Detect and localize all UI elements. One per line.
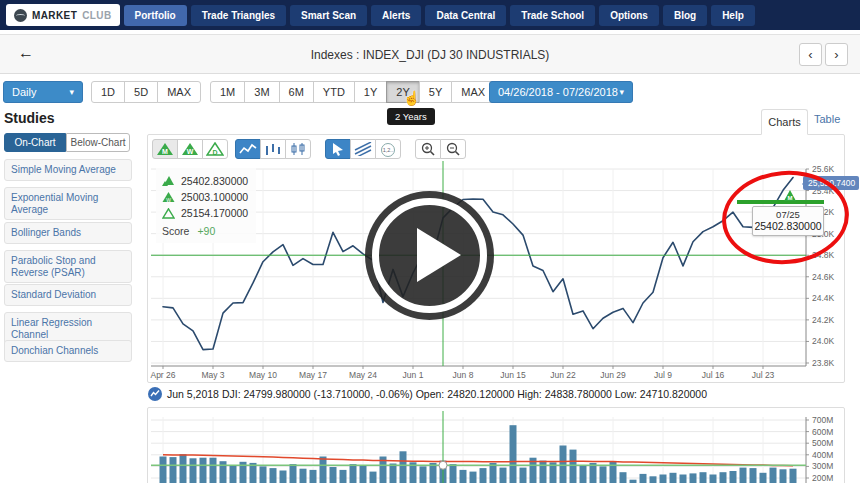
study-bollinger-bands[interactable]: Bollinger Bands: [4, 222, 132, 244]
daily-triangle-button[interactable]: D: [202, 139, 228, 159]
nav-item-alerts[interactable]: Alerts: [371, 5, 421, 26]
study-psar[interactable]: Parabolic Stop and Reverse (PSAR): [4, 250, 132, 283]
zoom-in-icon[interactable]: [415, 139, 441, 159]
ohlc-chart-button[interactable]: [260, 139, 286, 159]
zoom-group: [415, 139, 466, 159]
weekly-triangle-icon: W: [162, 192, 175, 203]
nav-item-options[interactable]: Options: [599, 5, 659, 26]
line-chart-button[interactable]: [235, 139, 261, 159]
interval-label: Daily: [12, 86, 36, 98]
monthly-triangle-icon: [162, 176, 175, 187]
nav-item-data-central[interactable]: Data Central: [425, 5, 506, 26]
range-5d-button[interactable]: 5D: [124, 81, 158, 103]
svg-text:W: W: [187, 148, 194, 155]
candlestick-chart-icon: [289, 142, 307, 156]
svg-text:25.6K: 25.6K: [812, 164, 835, 174]
tab-table[interactable]: Table: [814, 113, 840, 125]
nav-item-help[interactable]: Help: [711, 5, 755, 26]
study-exponential-moving-average[interactable]: Exponential Moving Average: [4, 187, 132, 220]
line-chart-icon: [239, 142, 257, 156]
svg-text:24.6K: 24.6K: [812, 272, 835, 282]
quote-icon: [148, 387, 162, 401]
marketclub-globe-icon: [14, 9, 27, 22]
score-value: +90: [197, 225, 215, 237]
legend-weekly-row: W 25003.100000: [162, 189, 248, 205]
svg-text:Apr 26: Apr 26: [150, 370, 175, 380]
range-3m-button[interactable]: 3M: [244, 81, 279, 103]
symbol-header: ← Indexes : INDEX_DJI (DJ 30 INDUSTRIALS…: [0, 34, 860, 74]
chart-type-group: [235, 139, 311, 159]
range-group-short: 1D 5D MAX: [91, 81, 201, 103]
svg-text:Jun 22: Jun 22: [550, 370, 576, 380]
monthly-triangle-button[interactable]: M: [152, 139, 178, 159]
quote-status-line: Jun 5,2018 DJI: 24799.980000 (-13.710000…: [148, 385, 707, 402]
score-label: Score: [162, 225, 189, 237]
tab-below-chart[interactable]: Below-Chart: [66, 133, 130, 152]
nav-item-portfolio[interactable]: Portfolio: [124, 5, 187, 26]
interval-dropdown[interactable]: Daily ▾: [3, 81, 83, 103]
daily-triangle-icon: D: [206, 142, 224, 157]
svg-text:24.0K: 24.0K: [812, 336, 835, 346]
play-triangle-icon: [417, 228, 461, 282]
nav-item-blog[interactable]: Blog: [663, 5, 707, 26]
tab-charts[interactable]: Charts: [761, 109, 808, 135]
legend-monthly-row: 25402.830000: [162, 173, 248, 189]
legend-score-row: Score +90: [162, 223, 248, 239]
pointer-tool-button[interactable]: [325, 139, 351, 159]
range-6m-button[interactable]: 6M: [279, 81, 314, 103]
svg-text:700M: 700M: [812, 415, 833, 425]
study-simple-moving-average[interactable]: Simple Moving Average: [4, 159, 132, 181]
svg-text:Jul 16: Jul 16: [702, 370, 725, 380]
tab-on-chart[interactable]: On-Chart: [4, 133, 66, 152]
trendline-tool-button[interactable]: [350, 139, 376, 159]
svg-text:400M: 400M: [812, 450, 833, 460]
svg-text:W: W: [166, 196, 171, 202]
range-ytd-button[interactable]: YTD: [313, 81, 355, 103]
range-1y-button[interactable]: 1Y: [354, 81, 387, 103]
nav-item-trade-triangles[interactable]: Trade Triangles: [191, 5, 286, 26]
svg-text:500M: 500M: [812, 438, 833, 448]
weekly-triangle-button[interactable]: W: [177, 139, 203, 159]
nav-item-smart-scan[interactable]: Smart Scan: [290, 5, 367, 26]
marketclub-logo[interactable]: MARKETCLUB: [6, 4, 120, 26]
wave-count-tool-button[interactable]: 1,2..: [375, 139, 401, 159]
volume-chart[interactable]: 700M600M500M400M300M200M: [147, 407, 845, 483]
svg-text:Jul 23: Jul 23: [752, 370, 775, 380]
chart-tools-group: 1,2..: [325, 139, 401, 159]
trendline-icon: [354, 142, 372, 156]
nav-item-trade-school[interactable]: Trade School: [510, 5, 595, 26]
date-range-label: 04/26/2018 - 07/26/2018: [498, 86, 618, 98]
wave-count-icon: 1,2..: [378, 142, 398, 157]
candlestick-chart-button[interactable]: [285, 139, 311, 159]
top-navigation: MARKETCLUB Portfolio Trade Triangles Sma…: [0, 0, 860, 30]
ohlc-chart-icon: [264, 142, 282, 156]
svg-text:1,2..: 1,2..: [383, 147, 394, 153]
svg-text:200M: 200M: [812, 473, 833, 483]
svg-text:May 3: May 3: [201, 370, 224, 380]
marketclub-app: MARKETCLUB Portfolio Trade Triangles Sma…: [0, 0, 860, 483]
chart-legend: 25402.830000 W 25003.100000 25154.170000…: [156, 168, 256, 243]
chevron-down-icon: ▾: [619, 87, 624, 97]
svg-text:Jun 29: Jun 29: [600, 370, 626, 380]
svg-text:Jun 15: Jun 15: [500, 370, 526, 380]
svg-text:D: D: [212, 148, 217, 155]
zoom-out-icon[interactable]: [440, 139, 466, 159]
next-symbol-button[interactable]: ›: [825, 43, 848, 66]
legend-monthly-value: 25402.830000: [181, 175, 248, 187]
logo-text-club: CLUB: [82, 10, 111, 21]
range-1m-button[interactable]: 1M: [210, 81, 245, 103]
study-standard-deviation[interactable]: Standard Deviation: [4, 284, 132, 306]
range-max-short-button[interactable]: MAX: [157, 81, 201, 103]
study-donchian-channels[interactable]: Donchian Channels: [4, 340, 132, 362]
legend-weekly-value: 25003.100000: [181, 191, 248, 203]
quote-text: Jun 5,2018 DJI: 24799.980000 (-13.710000…: [167, 388, 707, 400]
video-play-button[interactable]: [365, 191, 494, 320]
legend-daily-row: 25154.170000: [162, 205, 248, 221]
svg-text:600M: 600M: [812, 427, 833, 437]
prev-symbol-button[interactable]: ‹: [799, 43, 822, 66]
range-5y-button[interactable]: 5Y: [419, 81, 452, 103]
page-title: Indexes : INDEX_DJI (DJ 30 INDUSTRIALS): [0, 48, 860, 62]
range-1d-button[interactable]: 1D: [91, 81, 125, 103]
date-range-picker[interactable]: 04/26/2018 - 07/26/2018 ▾: [489, 81, 633, 103]
svg-text:Jun 8: Jun 8: [453, 370, 474, 380]
